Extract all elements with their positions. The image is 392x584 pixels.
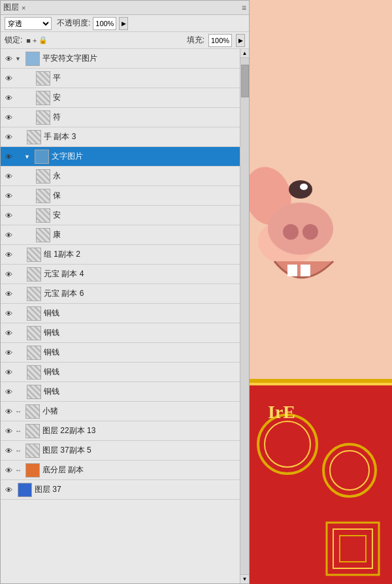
lock-pixel-icon[interactable]: ■ xyxy=(26,37,31,44)
layer-row-7[interactable]: 👁永 xyxy=(1,167,240,186)
eye-icon-13[interactable]: 👁 xyxy=(2,284,15,304)
eye-icon-19[interactable]: 👁 xyxy=(2,402,15,421)
layer-name-21: 图层 37副本 5 xyxy=(42,445,240,456)
layer-name-2: 平 xyxy=(53,73,240,84)
fill-input[interactable] xyxy=(208,34,232,47)
layer-name-22: 底分层 副本 xyxy=(42,464,240,476)
eye-icon-16[interactable]: 👁 xyxy=(2,343,15,363)
eye-icon-22[interactable]: 👁 xyxy=(2,461,15,480)
close-icon[interactable]: × xyxy=(22,4,25,12)
eye-icon-14[interactable]: 👁 xyxy=(2,304,15,323)
eye-icon-11[interactable]: 👁 xyxy=(2,245,15,265)
layer-name-8: 保 xyxy=(53,190,240,201)
lock-label: 锁定: xyxy=(5,35,22,46)
folder-arrow-6[interactable]: ▼ xyxy=(24,154,32,160)
eye-icon-17[interactable]: 👁 xyxy=(2,363,15,382)
link-icon-21: ↔ xyxy=(15,447,23,454)
eye-icon-15[interactable]: 👁 xyxy=(2,323,15,343)
layer-name-12: 元宝 副本 4 xyxy=(44,268,240,280)
layer-name-16: 铜钱 xyxy=(44,347,240,358)
blend-opacity-row: 穿透 正常 溶解 不透明度: ▶ xyxy=(1,15,249,32)
layer-row-12[interactable]: 👁元宝 副本 4 xyxy=(1,265,240,284)
layer-row-3[interactable]: 👁安 xyxy=(1,88,240,108)
layers-list-wrapper: 👁▼平安符文字图片👁平👁安👁符👁手 副本 3👁▼文字图片👁永👁保👁安👁康👁组 1… xyxy=(1,49,249,583)
layer-name-15: 铜钱 xyxy=(44,327,240,338)
eye-icon-21[interactable]: 👁 xyxy=(2,441,15,461)
layers-panel: 图层 × ≡ 穿透 正常 溶解 不透明度: ▶ 锁定: ■ + 🔒 填充: ▶ … xyxy=(0,0,250,584)
layer-name-4: 符 xyxy=(53,112,240,123)
layer-thumb-19 xyxy=(25,404,40,419)
layer-thumb-14 xyxy=(27,306,41,321)
layer-row-2[interactable]: 👁平 xyxy=(1,69,240,88)
layer-row-9[interactable]: 👁安 xyxy=(1,206,240,225)
layer-name-13: 元宝 副本 6 xyxy=(44,288,240,299)
svg-rect-8 xyxy=(287,265,297,276)
folder-arrow-1[interactable]: ▼ xyxy=(15,56,23,62)
layer-name-11: 组 1副本 2 xyxy=(44,249,240,260)
layer-thumb-16 xyxy=(27,346,41,360)
layer-row-18[interactable]: 👁铜钱 xyxy=(1,382,240,402)
lock-position-icon[interactable]: + xyxy=(33,37,37,44)
eye-icon-7[interactable]: 👁 xyxy=(2,167,15,186)
lock-all-icon[interactable]: 🔒 xyxy=(39,36,48,44)
eye-icon-20[interactable]: 👁 xyxy=(2,421,15,441)
layer-name-23: 图层 37 xyxy=(35,484,240,495)
blend-mode-select[interactable]: 穿透 正常 溶解 xyxy=(5,17,52,30)
layer-thumb-13 xyxy=(27,287,41,301)
eye-icon-5[interactable]: 👁 xyxy=(2,127,15,147)
layer-thumb-4 xyxy=(36,110,50,125)
eye-icon-2[interactable]: 👁 xyxy=(2,69,15,88)
layer-thumb-18 xyxy=(27,385,41,399)
layer-row-23[interactable]: 👁图层 37 xyxy=(1,480,240,500)
layer-thumb-12 xyxy=(27,267,41,282)
eye-icon-3[interactable]: 👁 xyxy=(2,88,15,108)
opacity-input[interactable] xyxy=(93,17,116,30)
scroll-track xyxy=(240,58,250,574)
layer-thumb-11 xyxy=(27,248,41,262)
layer-thumb-23 xyxy=(18,483,32,497)
layer-row-16[interactable]: 👁铜钱 xyxy=(1,343,240,363)
layer-row-20[interactable]: 👁↔图层 22副本 13 xyxy=(1,421,240,441)
canvas-illustration: IrE xyxy=(250,0,392,584)
layer-row-21[interactable]: 👁↔图层 37副本 5 xyxy=(1,441,240,461)
eye-icon-1[interactable]: 👁 xyxy=(2,49,15,69)
layer-name-5: 手 副本 3 xyxy=(44,131,240,142)
layer-row-10[interactable]: 👁康 xyxy=(1,225,240,245)
layer-row-22[interactable]: 👁↔底分层 副本 xyxy=(1,461,240,480)
layer-name-1: 平安符文字图片 xyxy=(42,53,240,64)
panel-menu-icon[interactable]: ≡ xyxy=(242,3,246,12)
opacity-arrow[interactable]: ▶ xyxy=(119,17,128,30)
scroll-down-button[interactable]: ▼ xyxy=(240,574,250,583)
layer-row-5[interactable]: 👁手 副本 3 xyxy=(1,127,240,147)
layer-row-17[interactable]: 👁铜钱 xyxy=(1,363,240,382)
layer-row-14[interactable]: 👁铜钱 xyxy=(1,304,240,323)
layer-row-15[interactable]: 👁铜钱 xyxy=(1,323,240,343)
scroll-thumb[interactable] xyxy=(241,65,249,97)
layer-row-11[interactable]: 👁组 1副本 2 xyxy=(1,245,240,265)
layers-list: 👁▼平安符文字图片👁平👁安👁符👁手 副本 3👁▼文字图片👁永👁保👁安👁康👁组 1… xyxy=(1,49,240,583)
eye-icon-8[interactable]: 👁 xyxy=(2,186,15,206)
layer-name-18: 铜钱 xyxy=(44,386,240,397)
eye-icon-9[interactable]: 👁 xyxy=(2,206,15,225)
eye-icon-6[interactable]: 👁 xyxy=(2,147,15,167)
fill-arrow[interactable]: ▶ xyxy=(236,34,245,47)
scroll-up-button[interactable]: ▲ xyxy=(240,49,250,58)
layer-row-6[interactable]: 👁▼文字图片 xyxy=(1,147,240,167)
layer-row-19[interactable]: 👁↔小猪 xyxy=(1,402,240,421)
layer-name-10: 康 xyxy=(53,229,240,240)
scrollbar[interactable]: ▲ ▼ xyxy=(240,49,249,583)
layer-thumb-21 xyxy=(25,444,40,458)
eye-icon-10[interactable]: 👁 xyxy=(2,225,15,245)
layer-row-4[interactable]: 👁符 xyxy=(1,108,240,127)
fill-label: 填充: xyxy=(187,35,204,46)
eye-icon-23[interactable]: 👁 xyxy=(2,480,15,500)
layer-row-8[interactable]: 👁保 xyxy=(1,186,240,206)
eye-icon-12[interactable]: 👁 xyxy=(2,265,15,284)
eye-icon-18[interactable]: 👁 xyxy=(2,382,15,402)
layer-thumb-20 xyxy=(25,424,40,438)
layer-thumb-15 xyxy=(27,326,41,340)
eye-icon-4[interactable]: 👁 xyxy=(2,108,15,127)
layer-row-13[interactable]: 👁元宝 副本 6 xyxy=(1,284,240,304)
svg-point-7 xyxy=(302,224,318,240)
layer-row-1[interactable]: 👁▼平安符文字图片 xyxy=(1,49,240,69)
